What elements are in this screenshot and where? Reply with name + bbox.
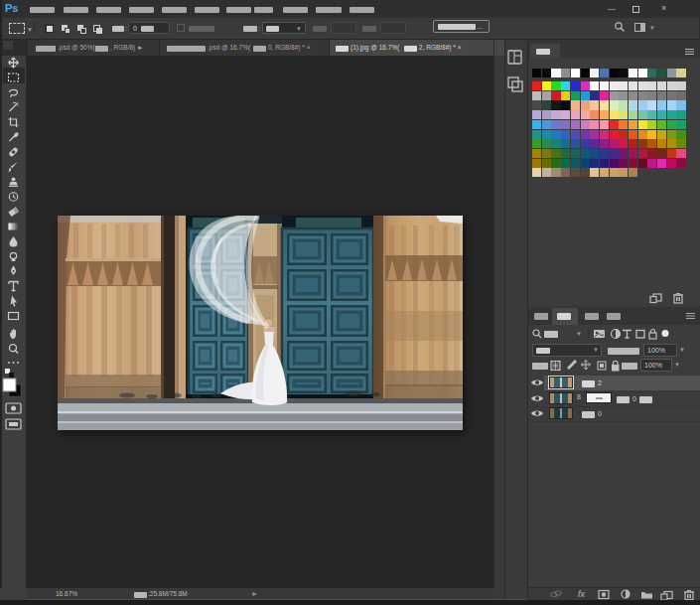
svg-text:fx: fx <box>578 589 586 599</box>
